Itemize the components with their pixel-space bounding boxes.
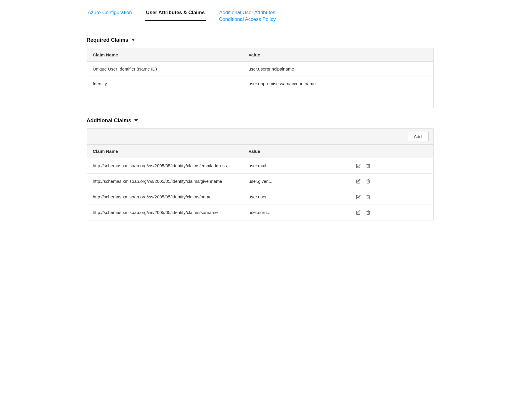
- edit-button[interactable]: [355, 210, 361, 215]
- additional-claim-name-2: http://schemas.xmlsoap.org/ws/2005/05/id…: [87, 189, 243, 205]
- table-row: Identity user.onpremisessamaccountname: [87, 76, 433, 91]
- additional-claim-actions-1: [350, 173, 433, 189]
- additional-claim-actions-3: [350, 205, 433, 220]
- additional-claim-value-0: user.mail: [243, 158, 350, 173]
- additional-claims-header[interactable]: Additional Claims: [87, 118, 434, 124]
- additional-claim-name-3: http://schemas.xmlsoap.org/ws/2005/05/id…: [87, 205, 243, 220]
- required-claims-header[interactable]: Required Claims: [87, 37, 434, 43]
- required-claims-chevron-icon: [131, 39, 135, 41]
- required-claims-title: Required Claims: [87, 37, 128, 43]
- required-claims-section: Required Claims Claim Name Value Unique …: [87, 37, 434, 108]
- required-claim-name-1: Identity: [87, 76, 243, 91]
- additional-claim-name-0: http://schemas.xmlsoap.org/ws/2005/05/id…: [87, 158, 243, 173]
- additional-claims-col-name: Claim Name: [87, 144, 243, 158]
- trash-icon: [366, 179, 371, 184]
- pencil-icon: [356, 179, 361, 184]
- delete-button[interactable]: [365, 163, 371, 169]
- action-icons: [355, 178, 427, 184]
- required-claims-col-value: Value: [243, 48, 433, 61]
- nav-tabs: Azure Configuration User Attributes & Cl…: [87, 6, 434, 28]
- required-claim-value-0: user.userprincipalname: [243, 61, 433, 76]
- required-claims-col-name: Claim Name: [87, 48, 243, 61]
- additional-claim-value-1: user.given...: [243, 173, 350, 189]
- trash-icon: [366, 163, 371, 168]
- trash-icon: [366, 210, 371, 215]
- table-row: http://schemas.xmlsoap.org/ws/2005/05/id…: [87, 205, 433, 220]
- trash-icon: [366, 195, 371, 199]
- table-row-empty: [87, 91, 433, 108]
- additional-claims-table: Claim Name Value http://schemas.xmlsoap.…: [87, 144, 434, 220]
- pencil-icon: [356, 210, 361, 215]
- required-claims-header-row: Claim Name Value: [87, 48, 433, 61]
- pencil-icon: [356, 163, 361, 168]
- additional-claims-col-actions: [350, 144, 433, 158]
- table-row: Unique User Identifier (Name ID) user.us…: [87, 61, 433, 76]
- additional-claims-col-value: Value: [243, 144, 350, 158]
- delete-button[interactable]: [365, 178, 371, 184]
- table-row: http://schemas.xmlsoap.org/ws/2005/05/id…: [87, 189, 433, 205]
- tab-user-attributes-claims[interactable]: User Attributes & Claims: [145, 6, 206, 21]
- edit-button[interactable]: [355, 178, 361, 184]
- action-icons: [355, 163, 427, 169]
- edit-button[interactable]: [355, 194, 361, 200]
- required-claim-name-0: Unique User Identifier (Name ID): [87, 61, 243, 76]
- table-row: http://schemas.xmlsoap.org/ws/2005/05/id…: [87, 158, 433, 173]
- additional-claims-section: Additional Claims Add Claim Name Value h…: [87, 118, 434, 220]
- edit-button[interactable]: [355, 163, 361, 169]
- action-icons: [355, 194, 427, 200]
- tab-azure-configuration[interactable]: Azure Configuration: [87, 6, 133, 21]
- pencil-icon: [356, 195, 361, 199]
- additional-claims-toolbar: Add: [87, 128, 434, 144]
- required-claim-value-1: user.onpremisessamaccountname: [243, 76, 433, 91]
- additional-claim-actions-0: [350, 158, 433, 173]
- required-claims-table: Claim Name Value Unique User Identifier …: [87, 48, 434, 108]
- additional-claim-value-2: user.user...: [243, 189, 350, 205]
- delete-button[interactable]: [365, 194, 371, 200]
- additional-claim-value-3: user.surn...: [243, 205, 350, 220]
- additional-claim-name-1: http://schemas.xmlsoap.org/ws/2005/05/id…: [87, 173, 243, 189]
- table-row: http://schemas.xmlsoap.org/ws/2005/05/id…: [87, 173, 433, 189]
- delete-button[interactable]: [365, 210, 371, 215]
- additional-claim-actions-2: [350, 189, 433, 205]
- add-button[interactable]: Add: [407, 132, 429, 141]
- additional-claims-chevron-icon: [134, 119, 138, 122]
- action-icons: [355, 210, 427, 215]
- tab-additional-conditional[interactable]: Additional User AttributesConditional Ac…: [218, 6, 277, 28]
- additional-claims-title: Additional Claims: [87, 118, 131, 124]
- additional-claims-header-row: Claim Name Value: [87, 144, 433, 158]
